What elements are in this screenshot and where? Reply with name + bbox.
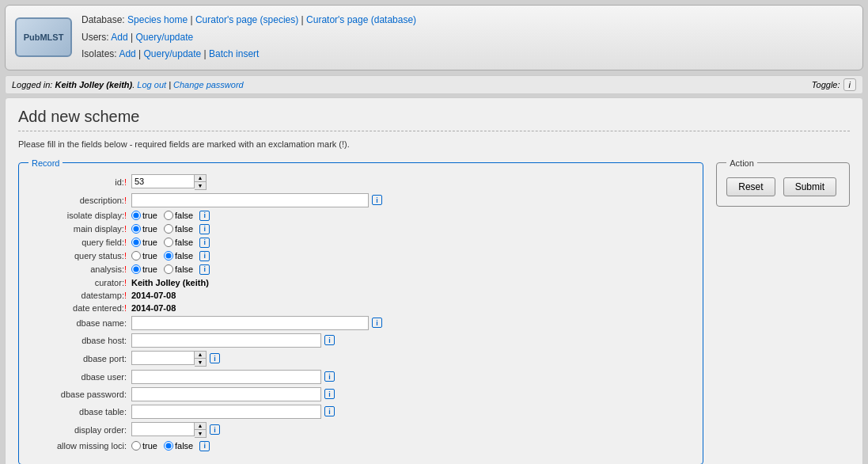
id-control: ▲ ▼: [131, 174, 207, 190]
dbase-user-control: i: [131, 370, 335, 384]
allow-missing-loci-control: true false i: [131, 441, 210, 451]
query-field-row: query field:! true false i: [28, 238, 693, 248]
dbase-table-row: dbase table: i: [28, 405, 693, 419]
isolate-display-info-icon[interactable]: i: [199, 211, 210, 221]
dbase-name-row: dbase name: i: [28, 316, 693, 330]
query-status-label: query status:!: [28, 251, 131, 261]
main-display-false-radio[interactable]: [164, 224, 173, 234]
allow-missing-loci-info-icon[interactable]: i: [199, 441, 210, 451]
id-spinner-btns: ▲ ▼: [195, 174, 207, 190]
dbase-port-increment-btn[interactable]: ▲: [195, 352, 206, 359]
isolates-add-link[interactable]: Add: [119, 48, 135, 59]
users-query-link[interactable]: Query/update: [136, 32, 194, 43]
date-entered-control: 2014-07-08: [131, 303, 176, 313]
allow-missing-loci-false-radio[interactable]: [164, 441, 173, 451]
isolate-display-label: isolate display:!: [28, 211, 131, 220]
change-password-link[interactable]: Change password: [173, 80, 244, 89]
display-order-decrement-btn[interactable]: ▼: [195, 430, 206, 437]
dbase-table-info-icon[interactable]: i: [324, 406, 335, 416]
date-entered-row: date entered:! 2014-07-08: [28, 303, 693, 313]
query-field-true-label: true: [131, 238, 157, 247]
dbase-password-row: dbase password: i: [28, 387, 693, 401]
dbase-name-info-icon[interactable]: i: [372, 318, 382, 328]
main-display-true-radio[interactable]: [131, 224, 141, 234]
isolate-display-false-radio[interactable]: [164, 211, 173, 220]
id-increment-btn[interactable]: ▲: [195, 175, 206, 182]
analysis-info-icon[interactable]: i: [199, 264, 210, 275]
id-input[interactable]: [131, 174, 195, 188]
analysis-true-radio[interactable]: [131, 264, 141, 274]
dbase-port-spinner-btns: ▲ ▼: [195, 351, 207, 367]
main-display-info-icon[interactable]: i: [199, 224, 210, 234]
dbase-port-control: ▲ ▼ i: [131, 351, 220, 367]
isolate-display-true-radio[interactable]: [131, 211, 141, 220]
dbase-host-input[interactable]: [131, 333, 321, 348]
dbase-port-spinner: ▲ ▼: [131, 351, 207, 367]
record-legend: Record: [28, 158, 63, 168]
logged-in-text: Logged in: Keith Jolley (keith). Log out…: [12, 80, 244, 89]
dbase-user-info-icon[interactable]: i: [324, 371, 335, 382]
display-order-spinner: ▲ ▼: [131, 422, 207, 438]
dbase-password-input[interactable]: [131, 387, 321, 401]
isolate-display-true-label: true: [131, 211, 157, 220]
display-order-spinner-btns: ▲ ▼: [195, 422, 207, 438]
dbase-port-input[interactable]: [131, 351, 195, 365]
species-home-link[interactable]: Species home: [127, 14, 188, 25]
query-status-false-radio[interactable]: [164, 251, 173, 261]
toggle-button[interactable]: i: [843, 78, 856, 91]
toggle-icon: i: [849, 80, 851, 89]
query-status-info-icon[interactable]: i: [199, 251, 210, 261]
isolates-query-link[interactable]: Query/update: [144, 48, 202, 59]
description-info-icon[interactable]: i: [372, 195, 382, 205]
curator-value: Keith Jolley (keith): [131, 278, 209, 287]
description-input[interactable]: [131, 193, 369, 207]
display-order-increment-btn[interactable]: ▲: [195, 423, 206, 430]
main-display-false-label: false: [164, 224, 193, 234]
analysis-label: analysis:!: [28, 264, 131, 274]
dbase-port-info-icon[interactable]: i: [210, 353, 220, 363]
nav-links: Database: Species home | Curator's page …: [81, 12, 416, 63]
curator-database-link[interactable]: Curator's page (database): [306, 14, 416, 25]
reset-button[interactable]: Reset: [726, 177, 775, 196]
isolate-display-false-label: false: [164, 211, 193, 220]
dbase-user-label: dbase user:: [28, 372, 131, 382]
datestamp-row: datestamp:! 2014-07-08: [28, 291, 693, 300]
dbase-table-input[interactable]: [131, 405, 321, 419]
dbase-host-info-icon[interactable]: i: [324, 335, 335, 345]
display-order-row: display order: ▲ ▼ i: [28, 422, 693, 438]
isolate-display-control: true false i: [131, 211, 210, 221]
query-field-true-radio[interactable]: [131, 238, 141, 247]
users-add-link[interactable]: Add: [111, 32, 127, 43]
query-status-true-radio[interactable]: [131, 251, 141, 261]
date-entered-label: date entered:!: [28, 303, 131, 313]
query-field-false-radio[interactable]: [164, 238, 173, 247]
dbase-user-input[interactable]: [131, 370, 321, 384]
curator-species-link[interactable]: Curator's page (species): [195, 14, 298, 25]
submit-button[interactable]: Submit: [783, 177, 836, 196]
display-order-info-icon[interactable]: i: [210, 424, 220, 435]
isolates-label: Isolates:: [81, 48, 117, 59]
action-fieldset: Action Reset Submit: [716, 158, 850, 207]
dbase-port-row: dbase port: ▲ ▼ i: [28, 351, 693, 367]
datestamp-value: 2014-07-08: [131, 291, 176, 300]
query-field-false-label: false: [164, 238, 193, 247]
info-text: Please fill in the fields below - requir…: [18, 139, 850, 149]
allow-missing-loci-true-label: true: [131, 441, 157, 451]
description-row: description:! i: [28, 193, 693, 207]
analysis-false-radio[interactable]: [164, 264, 173, 274]
action-legend: Action: [726, 158, 757, 168]
isolates-batch-link[interactable]: Batch insert: [209, 48, 259, 59]
query-field-info-icon[interactable]: i: [199, 238, 210, 248]
display-order-input[interactable]: [131, 422, 195, 436]
query-status-control: true false i: [131, 251, 210, 261]
dbase-password-info-icon[interactable]: i: [324, 389, 335, 399]
dbase-port-decrement-btn[interactable]: ▼: [195, 359, 206, 366]
analysis-true-label: true: [131, 264, 157, 274]
description-control: i: [131, 193, 382, 207]
main-display-control: true false i: [131, 224, 210, 234]
allow-missing-loci-true-radio[interactable]: [131, 441, 141, 451]
dbase-name-control: i: [131, 316, 382, 330]
dbase-name-input[interactable]: [131, 316, 369, 330]
id-decrement-btn[interactable]: ▼: [195, 182, 206, 189]
log-out-link[interactable]: Log out: [137, 80, 166, 89]
